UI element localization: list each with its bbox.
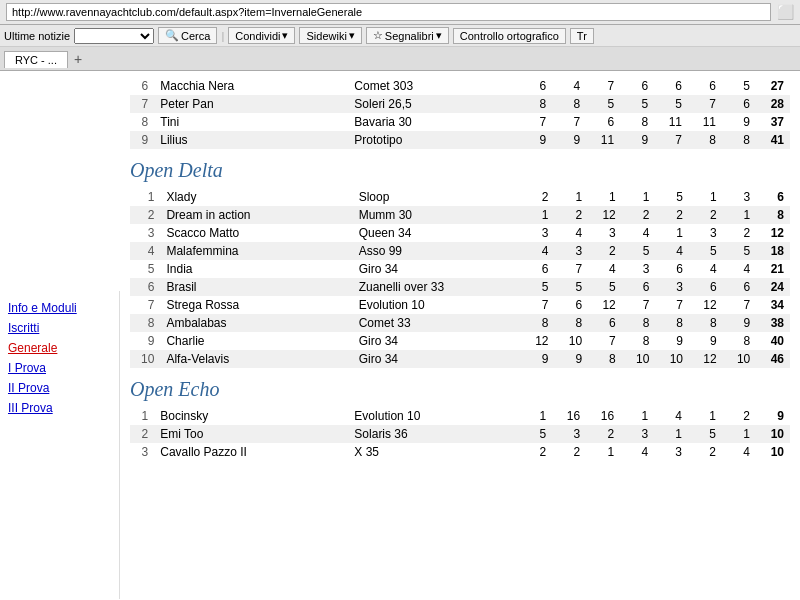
score-cell: 4 (655, 242, 689, 260)
score-cell: 1 (588, 188, 622, 206)
segnalibri-button[interactable]: ☆ Segnalibri ▾ (366, 27, 449, 44)
sidewiki-button[interactable]: Sidewiki ▾ (299, 27, 361, 44)
score-cell: 2 (521, 188, 555, 206)
score-cell: 7 (554, 260, 588, 278)
score-cell: 7 (586, 77, 620, 95)
condividi-button[interactable]: Condividi ▾ (228, 27, 295, 44)
table-row: 9CharlieGiro 3412107899840 (130, 332, 790, 350)
score-cell: 7 (588, 332, 622, 350)
table-row: 2Dream in actionMumm 30121222218 (130, 206, 790, 224)
table-row: 3Scacco MattoQueen 34343413212 (130, 224, 790, 242)
rank-cell: 9 (130, 332, 160, 350)
class-cell: Evolution 10 (353, 296, 521, 314)
score-cell: 3 (588, 224, 622, 242)
score-cell: 2 (655, 206, 689, 224)
table-row: 1BocinskyEvolution 101161614129 (130, 407, 790, 425)
table-row: 2Emi TooSolaris 36532315110 (130, 425, 790, 443)
tab-bar: RYC - ... + (0, 47, 800, 71)
boat-name-cell: Malafemmina (160, 242, 352, 260)
sidebar-item-info[interactable]: Info e Moduli (4, 299, 115, 317)
sidebar-item-iscritti[interactable]: Iscritti (4, 319, 115, 337)
total-cell: 27 (756, 77, 790, 95)
controllo-button[interactable]: Controllo ortografico (453, 28, 566, 44)
class-cell: Evolution 10 (348, 407, 518, 425)
score-cell: 1 (655, 224, 689, 242)
boat-name-cell: Alfa-Velavis (160, 350, 352, 368)
score-cell: 5 (554, 278, 588, 296)
rank-cell: 1 (130, 407, 154, 425)
score-cell: 12 (588, 296, 622, 314)
rss-icon: ⬜ (777, 4, 794, 20)
score-cell: 12 (588, 206, 622, 224)
score-cell: 12 (521, 332, 555, 350)
score-cell: 6 (586, 113, 620, 131)
translate-button[interactable]: Tr (570, 28, 594, 44)
score-cell: 5 (521, 278, 555, 296)
score-cell: 1 (521, 206, 555, 224)
cerca-button[interactable]: 🔍 Cerca (158, 27, 217, 44)
browser-bar: ⬜ (0, 0, 800, 25)
total-cell: 8 (756, 206, 790, 224)
score-cell: 8 (688, 131, 722, 149)
score-cell: 1 (586, 443, 620, 461)
score-cell: 6 (655, 260, 689, 278)
toolbar: Ultime notizie 🔍 Cerca | Condividi ▾ Sid… (0, 25, 800, 47)
boat-name-cell: India (160, 260, 352, 278)
sidebar-item-iiiprova[interactable]: III Prova (4, 399, 115, 417)
boat-name-cell: Tini (154, 113, 348, 131)
rank-cell: 1 (130, 188, 160, 206)
sidebar-item-generale[interactable]: Generale (4, 339, 115, 357)
table-row: 9LiliusPrototipo9911978841 (130, 131, 790, 149)
score-cell: 8 (689, 314, 723, 332)
score-cell: 8 (588, 350, 622, 368)
sidebar-item-iiprova[interactable]: II Prova (4, 379, 115, 397)
class-cell: Mumm 30 (353, 206, 521, 224)
table-row: 8TiniBavaria 3077681111937 (130, 113, 790, 131)
score-cell: 5 (518, 425, 552, 443)
score-cell: 5 (588, 278, 622, 296)
boat-name-cell: Dream in action (160, 206, 352, 224)
score-cell: 8 (722, 131, 756, 149)
tab-ryc[interactable]: RYC - ... (4, 51, 68, 68)
sidebar: Info e Moduli Iscritti Generale I Prova … (0, 291, 120, 599)
score-cell: 11 (654, 113, 688, 131)
total-cell: 37 (756, 113, 790, 131)
url-bar[interactable] (6, 3, 771, 21)
score-cell: 4 (588, 260, 622, 278)
score-cell: 8 (554, 314, 588, 332)
class-cell: Comet 33 (353, 314, 521, 332)
score-cell: 6 (554, 296, 588, 314)
rank-cell: 8 (130, 314, 160, 332)
score-cell: 2 (552, 443, 586, 461)
score-cell: 2 (586, 425, 620, 443)
score-cell: 16 (586, 407, 620, 425)
total-cell: 46 (756, 350, 790, 368)
total-cell: 6 (756, 188, 790, 206)
total-cell: 34 (756, 296, 790, 314)
new-tab-button[interactable]: + (68, 49, 88, 69)
score-cell: 9 (722, 113, 756, 131)
score-cell: 3 (654, 443, 688, 461)
score-cell: 5 (689, 242, 723, 260)
score-cell: 7 (654, 131, 688, 149)
rank-cell: 2 (130, 425, 154, 443)
score-cell: 11 (586, 131, 620, 149)
notizie-select[interactable] (74, 28, 154, 44)
score-cell: 6 (722, 95, 756, 113)
total-cell: 40 (756, 332, 790, 350)
class-cell: X 35 (348, 443, 518, 461)
score-cell: 7 (723, 296, 757, 314)
score-cell: 4 (722, 443, 756, 461)
table-row: 5IndiaGiro 34674364421 (130, 260, 790, 278)
score-cell: 5 (622, 242, 656, 260)
boat-name-cell: Emi Too (154, 425, 348, 443)
score-cell: 12 (689, 350, 723, 368)
score-cell: 3 (689, 224, 723, 242)
table-row: 4MalafemminaAsso 99432545518 (130, 242, 790, 260)
rank-cell: 5 (130, 260, 160, 278)
class-cell: Queen 34 (353, 224, 521, 242)
boat-name-cell: Charlie (160, 332, 352, 350)
sidebar-item-iprova[interactable]: I Prova (4, 359, 115, 377)
score-cell: 9 (620, 131, 654, 149)
total-cell: 38 (756, 314, 790, 332)
